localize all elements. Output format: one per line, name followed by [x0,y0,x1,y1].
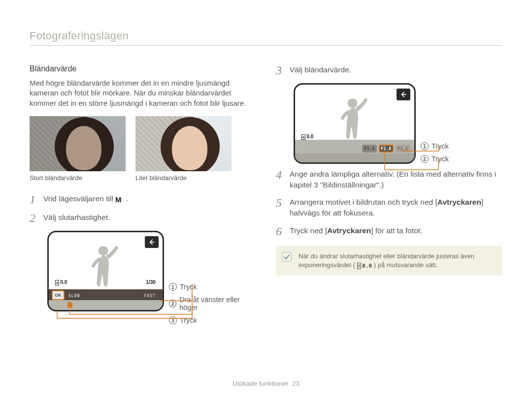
step-1-text-a: Vrid lägesväljaren till [43,194,115,203]
step-6: 6 Tryck ned [Avtryckaren] för att ta fot… [276,225,502,237]
step-5-b: Avtryckaren [437,198,481,206]
step-6-c: ] för att ta fotot. [371,226,422,235]
aperture-heading: Bländarvärde [30,64,256,73]
step-1-text-b: . [126,194,128,203]
page-footer: Utökade funktioner 23 [0,380,532,387]
step-number-5: 5 [276,197,290,209]
step-5: 5 Arrangera motivet i bildrutan och tryc… [276,197,502,218]
step-6-a: Tryck ned [ [290,226,327,235]
ev-inline-icon: ±0.0 [357,262,372,270]
step-1: 1 Vrid lägesväljaren till . [30,193,256,205]
right-column: 3 Välj bländarvärde. ±0.0 F1.3 F2.8 F2.8 [276,64,502,329]
callout-lines-2 [294,83,451,177]
step-number-6: 6 [276,225,290,237]
aperture-paragraph: Med högre bländarvärde kommer det in en … [30,78,256,108]
section-title: Fotograferingslägen [30,30,502,46]
callout-lines-1 [47,231,205,324]
step-5-a: Arrangera motivet i bildrutan och tryck … [290,198,437,206]
example-photo-row: Stort bländarvärde Litet bländarvärde [30,116,256,182]
step-2-text: Välj slutarhastighet. [43,212,110,223]
example-photo-small-aperture [135,116,232,171]
example-photo-large-aperture [30,116,126,171]
step-3: 3 Välj bländarvärde. [276,64,502,76]
step-2: 2 Välj slutarhastighet. [30,212,256,224]
step-3-text: Välj bländarvärde. [290,64,351,75]
footer-page-number: 23 [292,380,299,387]
note-box: När du ändrar slutarhastighet eller blän… [276,246,502,276]
caption-large-aperture: Stort bländarvärde [30,174,126,182]
mode-dial-m-icon [115,194,124,202]
step-number-2: 2 [30,212,43,224]
caption-small-aperture: Litet bländarvärde [135,174,232,182]
step-number-4: 4 [276,169,290,181]
note-text-b: ) på motsvarande sätt. [374,261,437,269]
step-6-b: Avtryckaren [327,226,371,235]
note-icon [282,252,292,262]
step-number-3: 3 [276,64,290,76]
left-column: Bländarvärde Med högre bländarvärde komm… [30,64,256,329]
footer-label: Utökade funktioner [233,380,288,387]
step-number-1: 1 [30,193,43,205]
